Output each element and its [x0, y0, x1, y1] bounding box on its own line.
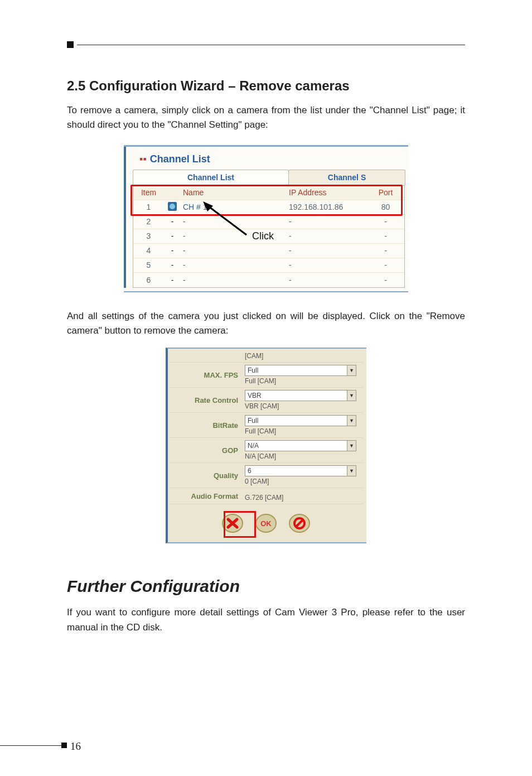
cell-ip: -: [287, 217, 370, 226]
cell-name: -: [181, 276, 287, 285]
col-item: Item: [133, 188, 164, 197]
table-row[interactable]: 2 - - - -: [133, 215, 404, 229]
col-ip: IP Address: [287, 188, 370, 197]
audio-value: G.726 [CAM]: [245, 490, 360, 502]
cell-item: 6: [133, 276, 164, 285]
cell-port: -: [370, 276, 401, 285]
cell-icon: -: [164, 276, 181, 285]
tab-channel-settings[interactable]: Channel S: [288, 170, 405, 185]
title-bullet-icon: ▪▪: [139, 153, 147, 165]
cancel-icon: [287, 513, 312, 534]
cell-item: 5: [133, 261, 164, 269]
label-audio: Audio Format: [169, 488, 241, 504]
label-bitrate: BitRate: [169, 413, 241, 437]
table-row[interactable]: 4 - - - -: [133, 244, 404, 258]
settings-row-ratecontrol: Rate Control VBR▼ VBR [CAM]: [169, 388, 363, 413]
channel-list-screenshot: ▪▪Channel List Channel List Channel S It…: [124, 145, 408, 292]
cell-name: -: [181, 217, 287, 226]
cell-name: CH # 1: [181, 203, 287, 211]
chevron-down-icon: ▼: [347, 416, 356, 426]
cell-icon: -: [164, 246, 181, 255]
grid-header-row: Item Name IP Address Port: [133, 186, 404, 200]
cell-ip: -: [287, 261, 370, 269]
table-row[interactable]: 1 CH # 1 192.168.101.86 80: [133, 200, 404, 215]
label-ratecontrol: Rate Control: [169, 388, 241, 412]
cell-ip: -: [287, 232, 370, 240]
ratecontrol-sub: VBR [CAM]: [245, 401, 360, 410]
label-maxfps: MAX. FPS: [169, 363, 241, 387]
header-square-icon: [67, 41, 74, 48]
cell-port: -: [370, 246, 401, 255]
cell-port: 80: [370, 203, 401, 211]
paragraph-1: To remove a camera, simply click on a ca…: [67, 103, 465, 133]
click-annotation: Click: [252, 230, 274, 242]
browser-icon: [164, 202, 181, 213]
quality-sub: 0 [CAM]: [245, 476, 360, 485]
page-number: 16: [70, 740, 81, 753]
settings-row-gop: GOP N/A▼ N/A [CAM]: [169, 438, 363, 463]
maxfps-dropdown[interactable]: Full▼: [245, 365, 356, 376]
label-quality: Quality: [169, 463, 241, 488]
ratecontrol-dropdown[interactable]: VBR▼: [245, 390, 356, 401]
chevron-down-icon: ▼: [347, 365, 356, 375]
settings-row-cam: [CAM]: [169, 349, 363, 363]
cell-ip: 192.168.101.86: [287, 203, 370, 211]
cell-icon: -: [164, 217, 181, 226]
tab-channel-list[interactable]: Channel List: [133, 170, 289, 185]
settings-row-audio: Audio Format G.726 [CAM]: [169, 488, 363, 504]
cell-ip: -: [287, 276, 370, 285]
cell-icon: -: [164, 232, 181, 240]
paragraph-3: If you want to configure more detail set…: [67, 605, 465, 635]
cell-item: 1: [133, 203, 164, 211]
button-row: OK: [169, 504, 363, 537]
header-rule: [67, 45, 465, 56]
cell-icon: -: [164, 261, 181, 269]
cell-ip: -: [287, 246, 370, 255]
bitrate-sub: Full [CAM]: [245, 426, 360, 435]
table-row[interactable]: 5 - - - -: [133, 258, 404, 273]
tabs-row: Channel List Channel S: [133, 170, 408, 185]
cell-name: -: [181, 261, 287, 269]
cell-item: 3: [133, 232, 164, 240]
remove-icon: [220, 513, 245, 534]
cell-port: -: [370, 217, 401, 226]
settings-row-maxfps: MAX. FPS Full▼ Full [CAM]: [169, 363, 363, 388]
cam-value: [CAM]: [245, 351, 360, 360]
chevron-down-icon: ▼: [347, 466, 356, 476]
label-gop: GOP: [169, 438, 241, 462]
gop-dropdown[interactable]: N/A▼: [245, 440, 356, 451]
cell-port: -: [370, 261, 401, 269]
settings-screenshot: [CAM] MAX. FPS Full▼ Full [CAM] Rate Con…: [166, 348, 366, 543]
cell-port: -: [370, 232, 401, 240]
bitrate-dropdown[interactable]: Full▼: [245, 415, 356, 426]
gop-sub: N/A [CAM]: [245, 451, 360, 460]
col-name: Name: [181, 188, 287, 197]
page-footer: 16: [0, 740, 532, 751]
paragraph-2: And all settings of the camera you just …: [67, 309, 465, 339]
cell-item: 4: [133, 246, 164, 255]
footer-square-icon: [61, 743, 67, 748]
ok-icon: OK: [254, 513, 278, 534]
further-config-heading: Further Configuration: [67, 577, 465, 596]
svg-text:OK: OK: [260, 519, 272, 528]
quality-dropdown[interactable]: 6▼: [245, 465, 356, 476]
ok-button[interactable]: OK: [253, 512, 279, 534]
cell-item: 2: [133, 217, 164, 226]
table-row[interactable]: 6 - - - -: [133, 273, 404, 287]
col-port: Port: [370, 188, 401, 197]
section-heading: 2.5 Configuration Wizard – Remove camera…: [67, 78, 465, 94]
chevron-down-icon: ▼: [347, 391, 356, 401]
maxfps-sub: Full [CAM]: [245, 376, 360, 385]
remove-camera-button[interactable]: [220, 512, 245, 534]
settings-row-quality: Quality 6▼ 0 [CAM]: [169, 463, 363, 488]
settings-row-bitrate: BitRate Full▼ Full [CAM]: [169, 413, 363, 438]
cancel-button[interactable]: [287, 512, 312, 534]
channel-list-title: ▪▪Channel List: [126, 152, 408, 170]
chevron-down-icon: ▼: [347, 441, 356, 451]
cell-name: -: [181, 246, 287, 255]
